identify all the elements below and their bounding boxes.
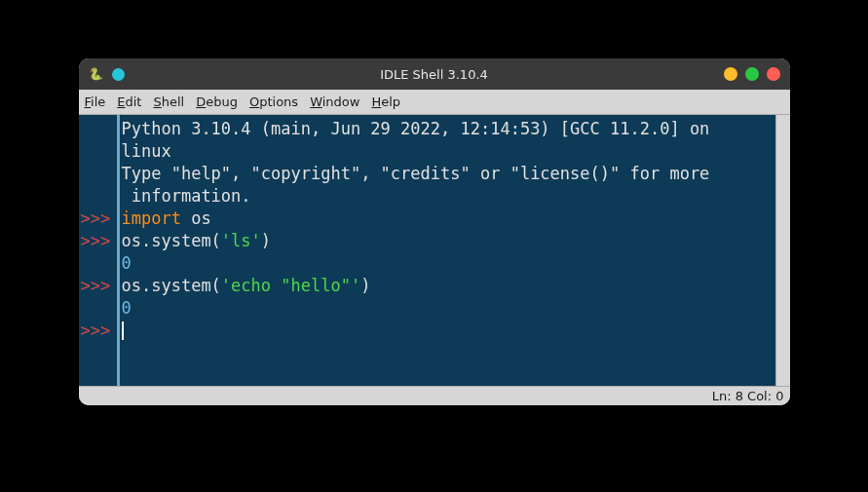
shell-text[interactable]: Python 3.10.4 (main, Jun 29 2022, 12:14:… xyxy=(120,115,775,386)
prompt-gutter: >>> >>> >>> >>> xyxy=(79,115,117,386)
titlebar-dot xyxy=(112,68,125,81)
prompt: >>> xyxy=(81,230,117,252)
menu-options[interactable]: Options xyxy=(249,95,298,109)
maximize-button[interactable] xyxy=(745,67,759,81)
menu-debug[interactable]: Debug xyxy=(196,95,238,109)
banner-line: linux xyxy=(122,141,171,161)
vertical-scrollbar[interactable] xyxy=(775,115,790,386)
menu-edit[interactable]: Edit xyxy=(117,95,141,109)
menubar: File Edit Shell Debug Options Window Hel… xyxy=(79,90,790,115)
prompt: >>> xyxy=(81,320,117,342)
output: 0 xyxy=(122,253,132,273)
banner-line: information. xyxy=(122,186,251,206)
menu-help[interactable]: Help xyxy=(371,95,400,109)
menu-window[interactable]: Window xyxy=(310,95,359,109)
python-icon: 🐍 xyxy=(89,66,104,82)
window-title: IDLE Shell 3.10.4 xyxy=(380,67,488,82)
cursor-position: Ln: 8 Col: 0 xyxy=(712,389,784,403)
string-literal: 'ls' xyxy=(221,231,261,250)
titlebar: 🐍 IDLE Shell 3.10.4 xyxy=(79,58,790,90)
menu-file[interactable]: File xyxy=(85,95,106,109)
statusbar: Ln: 8 Col: 0 xyxy=(79,386,790,405)
prompt: >>> xyxy=(81,208,117,230)
titlebar-left: 🐍 xyxy=(89,66,125,82)
banner-line: Type "help", "copyright", "credits" or "… xyxy=(122,164,710,183)
module-name: os xyxy=(181,208,211,228)
shell-area[interactable]: >>> >>> >>> >>> Python 3.10.4 (main, Jun… xyxy=(79,115,790,386)
close-button[interactable] xyxy=(767,67,780,81)
keyword: import xyxy=(122,208,181,228)
banner-line: Python 3.10.4 (main, Jun 29 2022, 12:14:… xyxy=(122,119,720,138)
string-literal: 'echo "hello"' xyxy=(221,276,360,295)
minimize-button[interactable] xyxy=(724,67,737,81)
window-controls xyxy=(724,67,780,81)
code: os.system( xyxy=(122,231,221,250)
text-cursor xyxy=(122,322,124,340)
code: ) xyxy=(261,231,271,250)
output: 0 xyxy=(122,298,132,318)
code: ) xyxy=(360,276,370,295)
code: os.system( xyxy=(122,276,221,295)
menu-shell[interactable]: Shell xyxy=(153,95,184,109)
idle-window: 🐍 IDLE Shell 3.10.4 File Edit Shell Debu… xyxy=(79,58,790,405)
prompt: >>> xyxy=(81,275,117,297)
